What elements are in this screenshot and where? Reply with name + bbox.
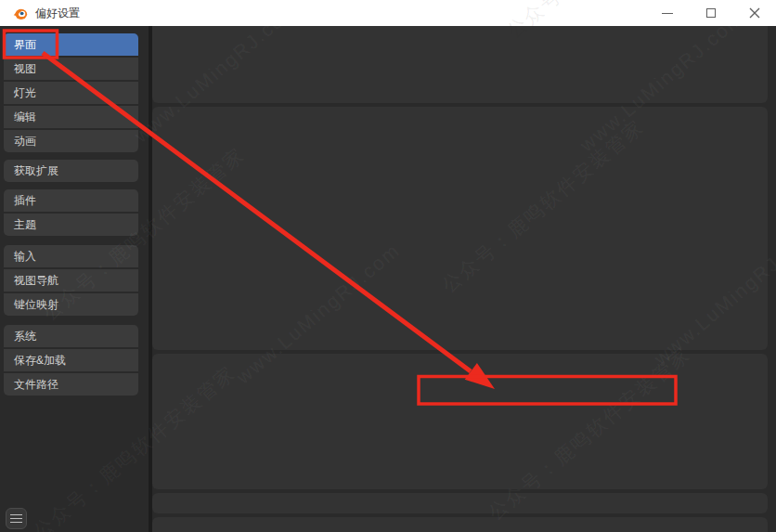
sidebar-item-viewport[interactable]: 视图 (4, 58, 138, 80)
panel-accessibility (152, 493, 768, 513)
preferences-menu-button[interactable] (6, 508, 27, 529)
window-title: 偏好设置 (35, 6, 80, 21)
sidebar-item-editing[interactable]: 编辑 (4, 106, 138, 128)
hamburger-icon (10, 514, 22, 515)
maximize-button[interactable] (689, 0, 732, 26)
sidebar-item-navigation[interactable]: 视图导航 (4, 269, 138, 292)
sidebar-item-lights[interactable]: 灯光 (4, 82, 138, 104)
maximize-icon (706, 8, 716, 18)
panel-language (152, 354, 768, 489)
close-icon (749, 7, 760, 19)
blender-logo-icon (12, 6, 28, 21)
preferences-window: 偏好设置 界面 视图 灯光 编辑 动画 获取扩展 插件 主题 输入 视图导航 键… (0, 0, 776, 532)
sidebar-item-interface[interactable]: 界面 (4, 33, 138, 56)
sidebar-item-get-extensions[interactable]: 获取扩展 (4, 160, 138, 182)
panel-display (152, 26, 768, 103)
minimize-button[interactable] (645, 0, 689, 26)
panel-editors (152, 107, 768, 350)
sidebar-item-keymap[interactable]: 键位映射 (4, 293, 138, 316)
panel-text-rendering (152, 517, 768, 532)
sidebar-item-themes[interactable]: 主题 (4, 214, 138, 236)
titlebar: 偏好设置 (0, 0, 776, 26)
sidebar-item-animation[interactable]: 动画 (4, 130, 138, 152)
window-controls (645, 0, 776, 26)
sidebar-item-system[interactable]: 系统 (4, 325, 138, 347)
close-button[interactable] (732, 0, 776, 26)
sidebar-item-addons[interactable]: 插件 (4, 189, 138, 212)
sidebar-item-file-paths[interactable]: 文件路径 (4, 373, 138, 396)
sidebar-divider (149, 26, 152, 532)
sidebar-item-input[interactable]: 输入 (4, 245, 138, 267)
minimize-icon (662, 13, 673, 14)
sidebar-item-save-load[interactable]: 保存&加载 (4, 349, 138, 371)
